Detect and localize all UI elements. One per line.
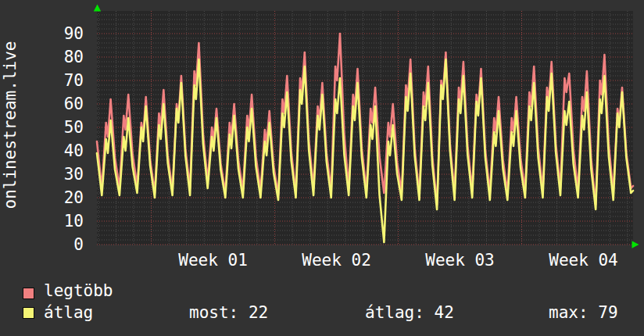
svg-text:60: 60	[64, 95, 84, 113]
legend-swatch-legtobb	[23, 288, 34, 299]
svg-text:Week 02: Week 02	[302, 251, 371, 270]
svg-text:20: 20	[64, 188, 84, 207]
stat-atlag-value: 42	[435, 303, 454, 322]
svg-text:30: 30	[64, 165, 84, 184]
stat-max: max: 79	[549, 303, 618, 322]
svg-text:40: 40	[64, 141, 84, 160]
legend-swatch-atlag	[23, 307, 34, 319]
stat-most: most: 22	[189, 303, 268, 322]
rrd-graph: 0102030405060708090Week 01Week 02Week 03…	[0, 0, 644, 336]
svg-text:80: 80	[64, 48, 84, 66]
svg-text:Week 04: Week 04	[549, 251, 618, 270]
svg-text:10: 10	[64, 212, 84, 231]
svg-text:Week 03: Week 03	[425, 251, 495, 270]
stat-atlag-label: átlag:	[365, 303, 424, 322]
svg-text:70: 70	[64, 71, 84, 90]
svg-text:90: 90	[64, 24, 84, 43]
stat-most-value: 22	[249, 303, 268, 322]
svg-text:50: 50	[64, 118, 84, 137]
y-axis-title: onlinestream.live	[2, 41, 19, 209]
stat-max-value: 79	[598, 303, 617, 322]
svg-text:0: 0	[73, 235, 84, 254]
stat-max-label: max:	[549, 303, 589, 322]
stat-most-label: most:	[189, 303, 238, 322]
legend-label-legtobb: legtöbb	[44, 281, 113, 300]
legend-label-atlag: átlag	[44, 303, 93, 322]
svg-text:Week 01: Week 01	[178, 251, 248, 270]
stat-atlag: átlag: 42	[365, 303, 454, 322]
